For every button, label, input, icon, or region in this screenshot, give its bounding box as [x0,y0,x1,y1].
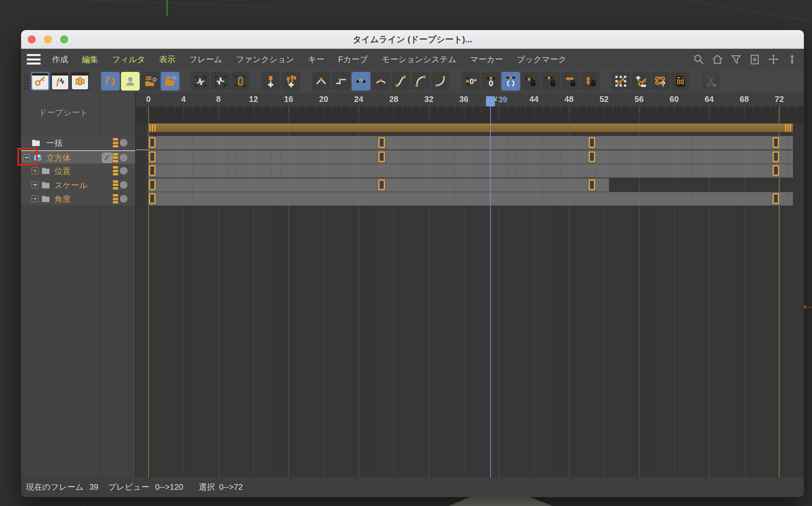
summary-key-mark[interactable] [154,124,155,132]
auto-tangents-button[interactable] [501,72,520,91]
pan-icon[interactable] [767,53,780,65]
track-position-keys-toggle-icon[interactable] [113,166,118,175]
keyframe-grid[interactable] [135,106,804,477]
cut-keys-button[interactable] [702,72,720,91]
track-scale-expander-plus-icon[interactable] [32,182,39,188]
keyframe-f27[interactable] [378,179,385,190]
timeline-ruler[interactable]: 04812162024283236404448525660646872 39 [135,93,804,106]
track-cube-keys-toggle-icon[interactable] [113,153,118,162]
track-cube-row[interactable]: 立方体 [21,150,135,164]
zero-length-button[interactable]: 0 [482,72,500,91]
keyframe-f72[interactable] [773,151,779,162]
titlebar[interactable]: タイムライン (ドープシート)... [21,30,804,49]
summary-track[interactable] [149,123,793,133]
show-region-button[interactable] [231,72,250,91]
track-scale-keys-toggle-icon[interactable] [113,180,118,190]
keyframe-f27[interactable] [378,137,385,148]
link-folder-button[interactable] [141,72,160,91]
toolbar-drag-handle[interactable] [23,72,28,90]
automatic-mode-button[interactable] [101,72,120,91]
interp-ease-in-button[interactable] [411,72,430,91]
minimize-button[interactable] [44,35,52,43]
close-button[interactable] [28,35,36,43]
zero-angle-button[interactable]: 0° [462,72,480,91]
fit-vertical-icon[interactable] [786,53,798,65]
track-lane-4[interactable] [149,192,793,205]
menu-3[interactable]: 表示 [159,54,175,65]
menu-10[interactable]: ブックマーク [517,54,566,65]
track-scale-solo-dot[interactable] [120,181,127,189]
motion-mode-button[interactable] [71,72,89,91]
keyframe-f72[interactable] [773,165,779,176]
link-open-folder-button[interactable] [161,72,179,91]
playhead-line[interactable] [490,106,491,477]
track-lane-0[interactable] [149,136,793,149]
keyframe-f51[interactable] [589,151,595,162]
track-rotation-keys-toggle-icon[interactable] [113,194,118,203]
keyframe-f27[interactable] [378,151,385,162]
summary-key-mark[interactable] [152,124,153,132]
menu-7[interactable]: Fカーブ [338,54,368,65]
keyframe-f72[interactable] [773,193,779,204]
track-cube-label[interactable]: 立方体 [46,153,71,164]
menu-4[interactable]: フレーム [189,54,222,65]
menu-5[interactable]: ファンクション [236,54,294,65]
menu-0[interactable]: 作成 [52,54,68,65]
keyframe-f0[interactable] [149,179,155,190]
lock-value-button[interactable] [581,72,600,91]
track-rotation-solo-dot[interactable] [120,195,127,203]
region-tool-button[interactable] [611,72,630,91]
bake-keys-button[interactable] [631,72,650,91]
track-position-solo-dot[interactable] [120,167,127,175]
track-position-row[interactable]: 位置 [21,164,135,177]
summary-key-mark[interactable] [790,124,791,132]
simulation-question-button[interactable]: ? [651,72,670,91]
menu-2[interactable]: フィルタ [112,54,145,65]
track-rotation-row[interactable]: 角度 [21,192,135,205]
interp-step-button[interactable] [332,72,350,91]
show-velocity-button[interactable] [211,72,230,91]
keyframe-f0[interactable] [149,165,155,176]
interp-ease-in-out-button[interactable] [391,72,410,91]
keyframe-f51[interactable] [589,137,595,148]
keyframe-f72[interactable] [773,137,779,148]
track-cube-override-button[interactable] [102,153,112,163]
frame-add-icon[interactable] [749,53,761,65]
menu-8[interactable]: モーションシステム [382,54,456,65]
track-lane-3[interactable] [149,178,609,192]
summary-key-mark[interactable] [787,124,788,132]
track-scale-label[interactable]: スケール [54,180,87,191]
filter-icon[interactable] [730,53,742,65]
keyframe-f51[interactable] [589,179,595,190]
track-summary-folder-label[interactable]: 一括 [46,138,63,149]
zoom-button[interactable] [60,35,68,43]
track-summary-folder-row[interactable]: 一括 [21,136,135,149]
lock-time-button[interactable] [561,72,580,91]
home-icon[interactable] [711,53,723,65]
track-summary-folder-solo-dot[interactable] [120,139,127,147]
lock-tangent-length-button[interactable] [541,72,560,91]
interp-spline-button[interactable] [352,72,370,91]
keyframe-f0[interactable] [149,151,155,162]
link-selection-button[interactable] [121,72,140,91]
track-position-label[interactable]: 位置 [54,166,71,177]
hamburger-menu-icon[interactable] [27,54,41,65]
search-icon[interactable] [693,53,705,65]
playhead-handle[interactable] [486,96,495,106]
track-scale-row[interactable]: スケール [21,178,135,192]
track-cube-solo-dot[interactable] [120,154,127,162]
interp-soft-button[interactable] [371,72,390,91]
dope-sheet-mode-button[interactable] [31,72,50,91]
fcurve-mode-button[interactable]: f [51,72,69,91]
track-rotation-expander-plus-icon[interactable] [32,195,39,202]
track-lane-2[interactable] [149,164,793,177]
interp-ease-out-button[interactable] [431,72,450,91]
add-keys-all-button[interactable] [281,72,300,91]
show-curves-button[interactable] [191,72,210,91]
menu-9[interactable]: マーカー [470,54,503,65]
menu-1[interactable]: 編集 [82,54,98,65]
track-lane-1[interactable] [149,150,793,164]
add-key-button[interactable] [261,72,280,91]
track-summary-folder-keys-toggle-icon[interactable] [113,138,118,147]
keyframe-f0[interactable] [149,137,155,148]
